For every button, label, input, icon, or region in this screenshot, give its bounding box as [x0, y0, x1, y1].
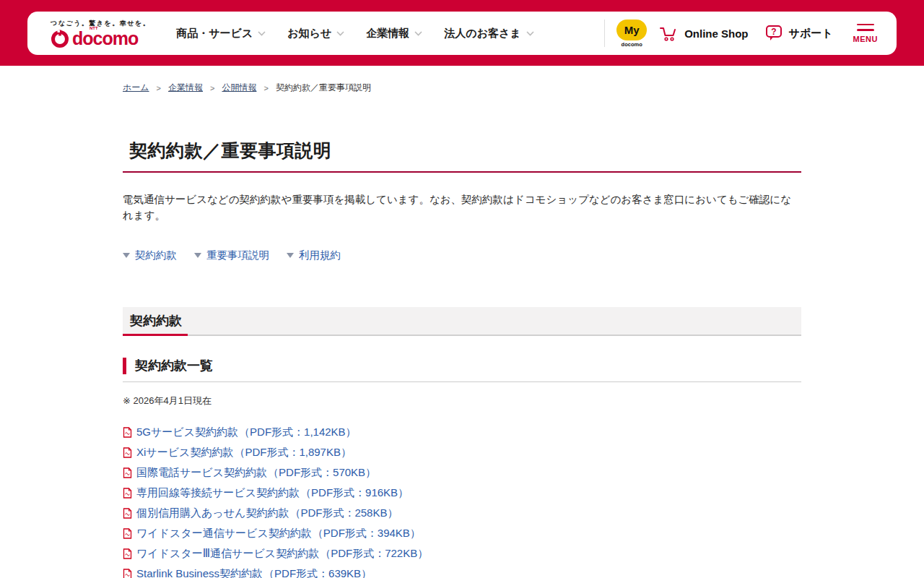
cart-icon [658, 24, 679, 43]
brand-tagline: つなごう。驚きを。幸せを。 [51, 19, 150, 28]
chevron-down-icon [414, 31, 422, 36]
section-heading-terms: 契約約款 [123, 307, 801, 336]
header-right-group: My docomo Online Shop ? サポート [604, 20, 879, 48]
pdf-icon [123, 508, 132, 519]
breadcrumb-link-corporate[interactable]: 企業情報 [168, 82, 203, 94]
pdf-link-installment[interactable]: 個別信用購入あっせん契約約款（PDF形式：258KB） [123, 504, 801, 524]
question-bubble-icon: ? [764, 24, 783, 43]
support-button[interactable]: ? サポート [764, 24, 833, 43]
breadcrumb-separator: > [157, 84, 161, 92]
pdf-link-starlink[interactable]: Starlink Business契約約款（PDF形式：639KB） [123, 564, 801, 578]
sub-heading-block: 契約約款一覧 [123, 358, 801, 382]
my-docomo-badge-icon: My [616, 20, 647, 40]
pdf-link-widestar[interactable]: ワイドスター通信サービス契約約款（PDF形式：394KB） [123, 524, 801, 544]
anchor-link-important[interactable]: 重要事項説明 [194, 249, 269, 262]
breadcrumb-current: 契約約款／重要事項説明 [276, 82, 371, 94]
chevron-down-icon [526, 31, 534, 36]
docomo-mark-icon [51, 30, 69, 48]
chevron-down-icon [258, 31, 266, 36]
pdf-link-5g[interactable]: 5Gサービス契約約款（PDF形式：1,142KB） [123, 423, 801, 443]
svg-text:?: ? [771, 27, 776, 37]
divider [604, 20, 605, 47]
sub-heading-terms-list: 契約約款一覧 [123, 358, 801, 374]
date-note: ※ 2026年4月1日現在 [123, 394, 801, 407]
pdf-icon [123, 447, 132, 458]
nav-item-products[interactable]: 商品・サービス [176, 27, 266, 40]
pdf-icon [123, 569, 132, 578]
pdf-link-list: 5Gサービス契約約款（PDF形式：1,142KB） Xiサービス契約約款（PDF… [123, 423, 801, 578]
navbar: つなごう。驚きを。幸せを。 docomo NTT 商品・サービス お知らせ [27, 12, 897, 55]
main-content: ホーム > 企業情報 > 公開情報 > 契約約款／重要事項説明 契約約款／重要事… [123, 82, 801, 578]
header-band: つなごう。驚きを。幸せを。 docomo NTT 商品・サービス お知らせ [0, 0, 924, 66]
active-tab-indicator [123, 334, 188, 336]
anchor-link-terms[interactable]: 契約約款 [123, 249, 177, 262]
page-title: 契約約款／重要事項説明 [123, 139, 801, 163]
chevron-down-icon [336, 31, 344, 36]
pdf-icon [123, 467, 132, 478]
breadcrumb-link-disclosure[interactable]: 公開情報 [222, 82, 256, 94]
triangle-down-icon [194, 253, 201, 258]
docomo-wordmark: docomo NTT [72, 30, 138, 48]
anchor-links: 契約約款 重要事項説明 利用規約 [123, 249, 801, 262]
menu-button[interactable]: MENU [852, 21, 879, 46]
main-nav: 商品・サービス お知らせ 企業情報 法人のお客さま [176, 27, 534, 40]
pdf-icon [123, 427, 132, 438]
anchor-link-usage[interactable]: 利用規約 [287, 249, 341, 262]
pdf-link-international[interactable]: 国際電話サービス契約約款（PDF形式：570KB） [123, 463, 801, 483]
intro-text: 電気通信サービスなどの契約約款や重要事項を掲載しています。なお、契約約款はドコモ… [123, 192, 801, 224]
pdf-icon [123, 488, 132, 499]
pdf-icon [123, 548, 132, 559]
pdf-link-widestar3[interactable]: ワイドスターⅢ通信サービス契約約款（PDF形式：722KB） [123, 544, 801, 564]
pdf-link-leased-line[interactable]: 専用回線等接続サービス契約約款（PDF形式：916KB） [123, 483, 801, 504]
triangle-down-icon [287, 253, 294, 258]
breadcrumb-separator: > [263, 84, 268, 92]
nav-item-corporate[interactable]: 企業情報 [366, 27, 422, 40]
breadcrumb-separator: > [210, 84, 214, 92]
my-docomo-button[interactable]: My docomo [616, 20, 647, 48]
triangle-down-icon [123, 253, 130, 258]
pdf-link-xi[interactable]: Xiサービス契約約款（PDF形式：1,897KB） [123, 443, 801, 463]
nav-item-business[interactable]: 法人のお客さま [444, 27, 533, 40]
breadcrumb: ホーム > 企業情報 > 公開情報 > 契約約款／重要事項説明 [123, 82, 801, 94]
ntt-label: NTT [90, 26, 98, 30]
online-shop-button[interactable]: Online Shop [658, 24, 748, 43]
pdf-icon [123, 528, 132, 539]
breadcrumb-link-home[interactable]: ホーム [123, 82, 149, 94]
hamburger-icon [857, 24, 874, 31]
docomo-logo[interactable]: つなごう。驚きを。幸せを。 docomo NTT [51, 19, 150, 48]
nav-item-news[interactable]: お知らせ [287, 27, 344, 40]
page-title-block: 契約約款／重要事項説明 [123, 139, 801, 173]
